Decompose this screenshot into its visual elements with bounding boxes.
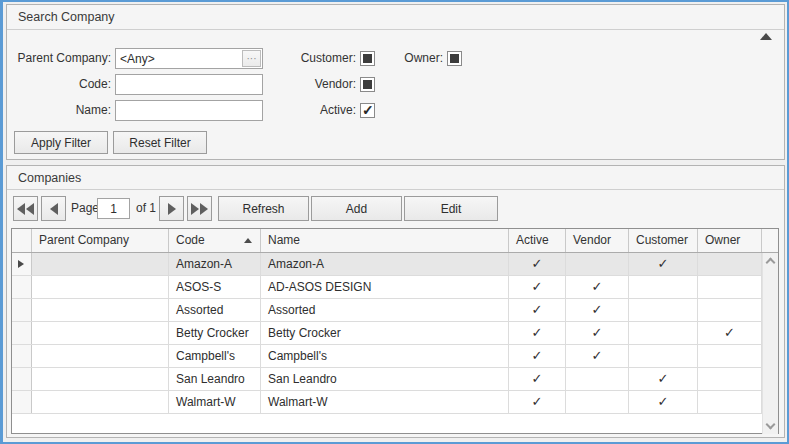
column-header-vendor[interactable]: Vendor [566,229,629,252]
row-header-cell[interactable] [12,276,32,298]
cell-parent-company[interactable] [32,368,169,390]
cell-vendor[interactable] [566,368,629,390]
cell-active[interactable]: ✓ [509,345,566,367]
cell-name[interactable]: Betty Crocker [261,322,509,344]
cell-customer[interactable]: ✓ [629,253,698,275]
apply-filter-button[interactable]: Apply Filter [14,131,108,154]
active-filter-label: Active: [257,103,356,118]
column-header-active[interactable]: Active [509,229,566,252]
cell-code[interactable]: Campbell's [169,345,261,367]
column-header-name[interactable]: Name [261,229,509,252]
cell-customer[interactable]: ✓ [629,391,698,413]
cell-active[interactable]: ✓ [509,299,566,321]
edit-button[interactable]: Edit [404,196,498,221]
cell-parent-company[interactable] [32,345,169,367]
next-page-button[interactable] [159,196,184,221]
cell-customer[interactable] [629,345,698,367]
cell-parent-company[interactable] [32,276,169,298]
cell-vendor[interactable] [566,391,629,413]
cell-owner[interactable] [698,253,762,275]
customer-filter-checkbox[interactable] [360,51,375,66]
app-window: Search Company Parent Company: ··· Code:… [0,0,789,444]
column-header-code[interactable]: Code [169,229,261,252]
first-page-button[interactable] [13,196,38,221]
row-header-cell[interactable] [12,368,32,390]
cell-customer[interactable] [629,276,698,298]
selected-row-indicator-icon [18,260,24,268]
cell-code[interactable]: ASOS-S [169,276,261,298]
name-input[interactable] [115,100,263,121]
cell-name[interactable]: Amazon-A [261,253,509,275]
row-header-cell[interactable] [12,345,32,367]
cell-parent-company[interactable] [32,253,169,275]
table-row[interactable]: Walmart-WWalmart-W✓✓ [12,391,762,414]
cell-code[interactable]: San Leandro [169,368,261,390]
vendor-filter-checkbox[interactable] [360,77,375,92]
owner-filter-checkbox[interactable] [447,51,462,66]
cell-name[interactable]: AD-ASOS DESIGN [261,276,509,298]
table-row[interactable]: AssortedAssorted✓✓ [12,299,762,322]
cell-parent-company[interactable] [32,299,169,321]
last-page-button[interactable] [187,196,212,221]
cell-code[interactable]: Assorted [169,299,261,321]
companies-panel: Companies Page of 1 Refresh Add Edit Par… [6,165,785,438]
table-row[interactable]: San LeandroSan Leandro✓✓ [12,368,762,391]
row-header-cell[interactable] [12,299,32,321]
table-row[interactable]: Campbell'sCampbell's✓✓ [12,345,762,368]
prev-page-button[interactable] [41,196,66,221]
cell-customer[interactable]: ✓ [629,368,698,390]
cell-owner[interactable]: ✓ [698,322,762,344]
cell-active[interactable]: ✓ [509,253,566,275]
row-header-cell[interactable] [12,391,32,413]
scroll-up-button[interactable] [763,253,779,269]
reset-filter-button[interactable]: Reset Filter [113,131,207,154]
cell-name[interactable]: San Leandro [261,368,509,390]
cell-customer[interactable] [629,322,698,344]
cell-owner[interactable] [698,368,762,390]
cell-vendor[interactable] [566,253,629,275]
refresh-button[interactable]: Refresh [218,196,309,221]
cell-customer[interactable] [629,299,698,321]
page-number-input[interactable] [97,198,130,219]
cell-name[interactable]: Walmart-W [261,391,509,413]
row-header-cell[interactable] [12,322,32,344]
column-header-owner[interactable]: Owner [698,229,762,252]
cell-owner[interactable] [698,299,762,321]
cell-active[interactable]: ✓ [509,391,566,413]
cell-code[interactable]: Walmart-W [169,391,261,413]
cell-owner[interactable] [698,276,762,298]
vertical-scrollbar[interactable] [762,253,778,434]
cell-active[interactable]: ✓ [509,322,566,344]
cell-code[interactable]: Betty Crocker [169,322,261,344]
cell-vendor[interactable]: ✓ [566,345,629,367]
cell-active[interactable]: ✓ [509,368,566,390]
cell-name[interactable]: Campbell's [261,345,509,367]
row-header-cell[interactable] [12,253,32,275]
companies-header: Companies [7,166,784,190]
column-header-customer[interactable]: Customer [629,229,698,252]
cell-vendor[interactable]: ✓ [566,276,629,298]
scrollbar-corner [762,229,778,252]
cell-name[interactable]: Assorted [261,299,509,321]
parent-company-input[interactable] [115,48,263,69]
active-filter-checkbox[interactable] [360,103,375,118]
scroll-down-button[interactable] [763,418,779,434]
cell-vendor[interactable]: ✓ [566,322,629,344]
cell-parent-company[interactable] [32,391,169,413]
code-input[interactable] [115,74,263,95]
table-row[interactable]: ASOS-SAD-ASOS DESIGN✓✓ [12,276,762,299]
cell-active[interactable]: ✓ [509,276,566,298]
cell-vendor[interactable]: ✓ [566,299,629,321]
column-header-parent-company[interactable]: Parent Company [32,229,169,252]
cell-owner[interactable] [698,345,762,367]
grid-body: Amazon-AAmazon-A✓✓ASOS-SAD-ASOS DESIGN✓✓… [12,253,762,434]
cell-code[interactable]: Amazon-A [169,253,261,275]
cell-parent-company[interactable] [32,322,169,344]
table-row[interactable]: Amazon-AAmazon-A✓✓ [12,253,762,276]
collapse-panel-icon[interactable] [760,14,772,22]
table-row[interactable]: Betty CrockerBetty Crocker✓✓✓ [12,322,762,345]
double-right-arrow-icon [191,203,199,215]
cell-owner[interactable] [698,391,762,413]
right-arrow-icon [168,203,176,215]
add-button[interactable]: Add [311,196,402,221]
